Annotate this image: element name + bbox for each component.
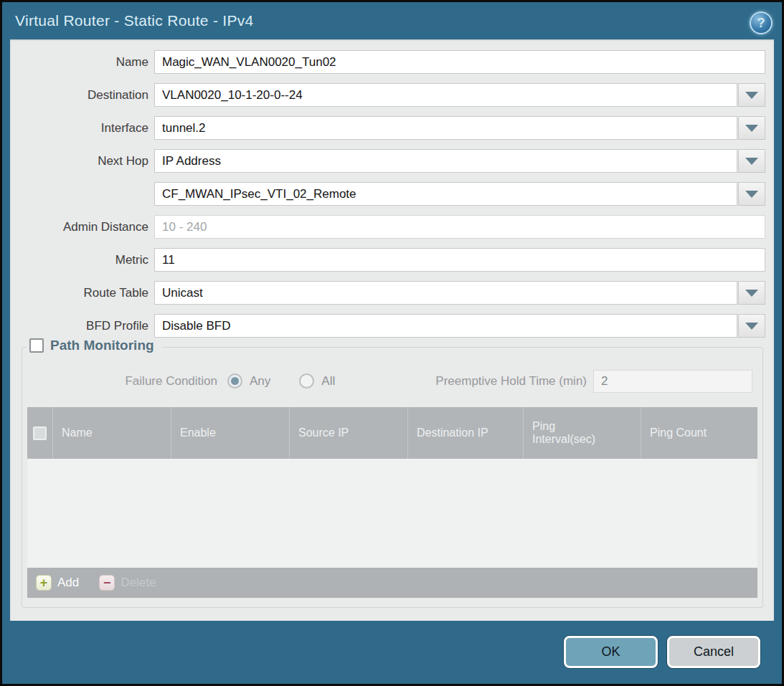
failure-condition-radio-any <box>227 373 242 389</box>
select-all-checkbox <box>33 427 47 440</box>
destination-input[interactable] <box>154 83 737 107</box>
next-hop-address-input[interactable] <box>154 182 737 206</box>
help-icon[interactable]: ? <box>750 11 773 34</box>
cancel-button[interactable]: Cancel <box>667 636 760 668</box>
interface-dropdown-button[interactable] <box>738 116 765 140</box>
chevron-down-icon <box>745 158 758 165</box>
failure-condition-row: Failure Condition Any All Preemptive Hol… <box>22 369 752 393</box>
ok-button[interactable]: OK <box>564 636 658 668</box>
route-table-input[interactable] <box>154 281 737 305</box>
select-all-column-header <box>27 407 52 459</box>
path-monitoring-table-toolbar: + Add − Delete <box>27 568 757 598</box>
column-header-ping-count: Ping Count <box>641 407 759 459</box>
failure-condition-radio-all <box>299 373 314 389</box>
path-monitoring-table: NameEnableSource IPDestination IPPing In… <box>27 407 757 598</box>
preemptive-hold-time-input <box>593 370 752 393</box>
destination-label: Destination <box>10 88 148 103</box>
admin-distance-label: Admin Distance <box>10 220 148 234</box>
form-row-destination: Destination <box>10 83 765 107</box>
metric-label: Metric <box>10 253 148 267</box>
form-row-admin-distance: Admin Distance <box>10 215 765 239</box>
dialog-titlebar: Virtual Router - Static Route - IPv4 <box>2 2 782 39</box>
name-label: Name <box>10 55 148 70</box>
failure-condition-any-label: Any <box>250 374 270 389</box>
next-hop-type-dropdown-button[interactable] <box>738 149 765 173</box>
failure-condition-all-label: All <box>321 374 335 389</box>
chevron-down-icon <box>745 92 758 99</box>
chevron-down-icon <box>745 290 758 297</box>
form-row-interface: Interface <box>10 116 765 140</box>
plus-icon: + <box>36 575 52 591</box>
add-button[interactable]: + Add <box>36 575 79 591</box>
delete-button: − Delete <box>99 575 156 591</box>
destination-dropdown-button[interactable] <box>738 83 765 107</box>
chevron-down-icon <box>745 191 758 198</box>
delete-button-label: Delete <box>121 576 156 590</box>
path-monitoring-checkbox[interactable] <box>29 338 44 353</box>
next-hop-label: Next Hop <box>10 154 148 168</box>
add-button-label: Add <box>57 576 79 590</box>
form-row-next-hop: Next Hop <box>10 149 765 173</box>
bfd-profile-input[interactable] <box>154 314 737 338</box>
next-hop-type-input[interactable] <box>154 149 737 173</box>
form-row-bfd-profile: BFD Profile <box>10 314 765 338</box>
form-row-metric: Metric <box>10 248 765 272</box>
column-header-ping-interval-sec-: Ping Interval(sec) <box>523 407 641 459</box>
dialog-content: Name Destination Interface Next Hop <box>10 39 774 621</box>
column-header-source-ip: Source IP <box>289 407 407 459</box>
name-input[interactable] <box>154 50 765 74</box>
route-table-label: Route Table <box>10 286 148 300</box>
next-hop-address-dropdown-button[interactable] <box>738 182 765 206</box>
path-monitoring-legend: Path Monitoring <box>27 338 163 353</box>
static-route-dialog: Virtual Router - Static Route - IPv4 ? N… <box>0 0 784 686</box>
chevron-down-icon <box>745 125 758 132</box>
column-header-name: Name <box>52 407 171 459</box>
metric-input[interactable] <box>154 248 765 272</box>
admin-distance-input[interactable] <box>154 215 765 239</box>
path-monitoring-table-header: NameEnableSource IPDestination IPPing In… <box>27 407 757 459</box>
bfd-profile-dropdown-button[interactable] <box>738 314 765 338</box>
form-row-route-table: Route Table <box>10 281 765 305</box>
minus-icon: − <box>99 575 115 591</box>
dialog-title: Virtual Router - Static Route - IPv4 <box>15 12 254 29</box>
bfd-profile-label: BFD Profile <box>10 319 148 333</box>
column-header-destination-ip: Destination IP <box>407 407 523 459</box>
dialog-button-bar: OK Cancel <box>564 636 760 668</box>
failure-condition-label: Failure Condition <box>22 374 217 389</box>
path-monitoring-title: Path Monitoring <box>50 338 154 353</box>
column-header-enable: Enable <box>171 407 289 459</box>
form-row-next-hop-address <box>10 182 765 206</box>
chevron-down-icon <box>745 323 758 330</box>
form-row-name: Name <box>10 50 765 74</box>
path-monitoring-section: Path Monitoring Failure Condition Any Al… <box>22 347 763 608</box>
interface-label: Interface <box>10 121 148 135</box>
preemptive-hold-time-label: Preemptive Hold Time (min) <box>435 374 587 389</box>
path-monitoring-table-body <box>27 459 757 568</box>
interface-input[interactable] <box>154 116 737 140</box>
route-table-dropdown-button[interactable] <box>738 281 765 305</box>
